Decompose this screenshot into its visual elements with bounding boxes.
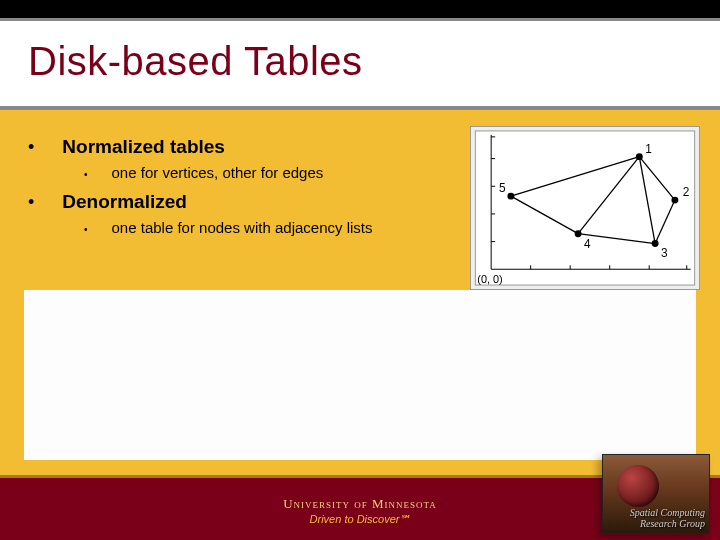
bullet-label: Denormalized [62,191,187,213]
globe-icon [617,465,659,507]
title-band: Disk-based Tables [0,18,720,110]
top-black-strip [0,0,720,18]
graph-node [575,230,582,237]
graph-node [652,240,659,247]
footer-logo: University of Minnesota Driven to Discov… [283,496,437,526]
badge-line1: Spatial Computing [630,507,705,518]
origin-label: (0, 0) [477,273,502,285]
graph-node-label: 5 [499,181,506,195]
graph-node-label: 3 [661,246,668,260]
graph-node [636,153,643,160]
slide-title: Disk-based Tables [0,21,720,84]
footer-tagline: Driven to Discover℠ [283,513,437,526]
bullet-dot-icon: • [84,224,88,235]
badge-line2: Research Group [630,518,705,529]
footer: University of Minnesota Driven to Discov… [0,460,720,540]
subbullet-text: one for vertices, other for edges [112,164,324,181]
bullet-dot-icon: • [28,138,34,156]
bullet-dot-icon: • [28,193,34,211]
graph-node-label: 4 [584,237,591,251]
lower-blank-panel [24,290,696,460]
bullet-dot-icon: • [84,169,88,180]
graph-figure: (0, 0) 12345 [470,126,700,290]
graph-node-label: 2 [683,185,690,199]
subbullet-text: one table for nodes with adjacency lists [112,219,373,236]
footer-institution: University of Minnesota [283,496,437,512]
bullet-label: Normalized tables [62,136,225,158]
svg-rect-0 [475,131,694,285]
graph-node [671,197,678,204]
research-group-badge: Spatial Computing Research Group [602,454,710,534]
graph-node [507,193,514,200]
graph-node-label: 1 [645,142,652,156]
slide: Disk-based Tables • Normalized tables • … [0,0,720,540]
